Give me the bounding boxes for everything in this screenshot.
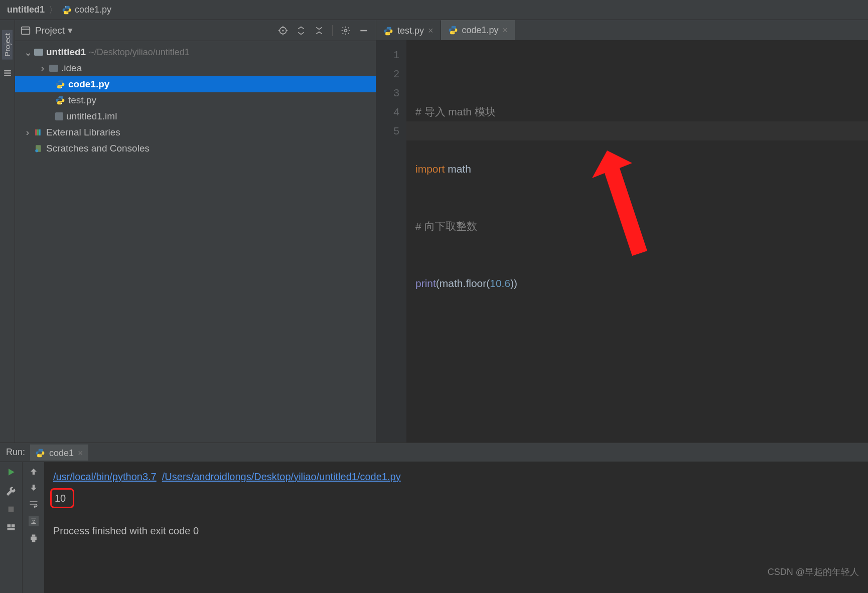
project-folder-icon — [34, 49, 43, 56]
project-panel-title[interactable]: Project ▾ — [35, 25, 272, 36]
breadcrumb-file[interactable]: code1.py — [62, 5, 111, 15]
expand-arrow-icon: › — [24, 127, 31, 138]
code-comment: # 导入 math 模块 — [415, 106, 496, 117]
code-ident: math — [440, 277, 463, 289]
scratches-icon — [34, 144, 43, 153]
structure-tool-icon[interactable] — [3, 69, 12, 78]
code-keyword: import — [415, 163, 445, 175]
svg-rect-21 — [39, 129, 41, 135]
code-func: print — [415, 277, 436, 289]
code-content[interactable]: # 导入 math 模块 import math # 向下取整数 print(m… — [406, 40, 868, 442]
svg-point-23 — [35, 150, 38, 153]
run-command-line: /usr/local/bin/python3.7 /Users/androidl… — [53, 468, 859, 485]
print-icon[interactable] — [29, 533, 39, 543]
expand-arrow-icon: › — [39, 63, 46, 74]
down-arrow-icon[interactable] — [29, 483, 38, 492]
tab-code1-py[interactable]: code1.py × — [441, 20, 516, 40]
rerun-icon[interactable] — [6, 467, 16, 477]
breadcrumb: untitled1 〉 code1.py — [0, 0, 868, 20]
svg-point-8 — [282, 30, 283, 31]
line-number: 2 — [376, 64, 399, 83]
python-file-icon — [448, 25, 458, 35]
tab-test-py[interactable]: test.py × — [376, 20, 441, 40]
svg-rect-20 — [37, 129, 39, 135]
layout-icon[interactable] — [6, 522, 16, 532]
run-tab-code1[interactable]: code1 × — [30, 444, 88, 461]
tree-item-label: External Libraries — [46, 127, 120, 138]
run-console[interactable]: /usr/local/bin/python3.7 /Users/androidl… — [44, 462, 868, 593]
breadcrumb-chevron-icon: 〉 — [49, 4, 58, 16]
project-panel: Project ▾ ⌄ untitled1 ~/Desktop/yiliao/u… — [15, 20, 376, 442]
project-tool-button[interactable]: Project — [2, 30, 13, 60]
close-icon[interactable]: × — [503, 25, 508, 36]
collapse-all-icon[interactable] — [312, 24, 326, 38]
close-icon[interactable]: × — [78, 448, 83, 459]
wrench-icon[interactable] — [6, 486, 16, 496]
code-ident: math — [445, 163, 471, 175]
project-panel-title-label: Project — [35, 25, 65, 36]
svg-point-17 — [59, 97, 60, 98]
scroll-to-end-icon[interactable] — [29, 516, 39, 526]
watermark-text: CSDN @早起的年轻人 — [768, 566, 859, 578]
tree-root-untitled1[interactable]: ⌄ untitled1 ~/Desktop/yiliao/untitled1 — [15, 44, 376, 60]
svg-rect-29 — [31, 537, 37, 540]
tree-external-libraries[interactable]: › External Libraries — [15, 124, 376, 140]
line-number: 4 — [376, 102, 399, 121]
python-file-icon — [62, 5, 72, 15]
tree-scratches[interactable]: Scratches and Consoles — [15, 140, 376, 157]
run-script-path-link[interactable]: /Users/androidlongs/Desktop/yiliao/untit… — [162, 471, 401, 482]
tree-item-label: code1.py — [68, 79, 109, 90]
svg-rect-31 — [32, 540, 35, 542]
tree-item-code1[interactable]: code1.py — [15, 76, 376, 92]
line-number: 1 — [376, 45, 399, 64]
python-file-icon — [55, 79, 65, 89]
svg-point-15 — [59, 81, 60, 82]
run-exit-message: Process finished with exit code 0 — [53, 522, 859, 539]
editor-tabs: test.py × code1.py × — [376, 20, 868, 40]
hide-panel-icon[interactable] — [357, 24, 371, 38]
code-editor[interactable]: 1 2 3 4 5 # 导入 math 模块 import math # 向下取… — [376, 40, 868, 442]
svg-rect-25 — [9, 507, 14, 512]
expand-all-icon[interactable] — [294, 24, 308, 38]
editor-area: test.py × code1.py × 1 2 3 4 5 — [376, 20, 868, 442]
folder-icon — [49, 65, 58, 72]
tree-item-label: untitled1.iml — [66, 111, 117, 122]
run-panel-title: Run: — [6, 447, 25, 458]
svg-marker-24 — [9, 469, 15, 475]
python-file-icon — [55, 95, 65, 105]
svg-rect-27 — [12, 524, 15, 527]
up-arrow-icon[interactable] — [29, 467, 38, 476]
output-highlight-box: 10 — [50, 488, 74, 508]
tree-item-label: Scratches and Consoles — [46, 143, 150, 154]
gear-icon[interactable] — [339, 24, 353, 38]
tree-item-idea[interactable]: › .idea — [15, 60, 376, 76]
line-number: 5 — [376, 121, 399, 140]
svg-rect-19 — [35, 129, 37, 135]
project-panel-header: Project ▾ — [15, 20, 376, 41]
expand-arrow-icon: ⌄ — [24, 47, 31, 58]
code-number: 10.6 — [490, 277, 510, 289]
stop-icon[interactable] — [7, 505, 15, 513]
tree-item-test[interactable]: test.py — [15, 92, 376, 108]
run-nav-toolbar — [22, 462, 44, 593]
run-python-path-link[interactable]: /usr/local/bin/python3.7 — [53, 471, 157, 482]
soft-wrap-icon[interactable] — [29, 499, 39, 509]
svg-point-16 — [61, 87, 62, 88]
svg-point-13 — [345, 29, 347, 32]
tree-item-iml[interactable]: untitled1.iml — [15, 108, 376, 124]
breadcrumb-root[interactable]: untitled1 — [7, 5, 45, 15]
svg-rect-28 — [8, 528, 15, 530]
svg-rect-4 — [4, 75, 11, 76]
svg-rect-30 — [32, 535, 35, 537]
tree-root-path: ~/Desktop/yiliao/untitled1 — [89, 47, 190, 58]
svg-point-0 — [65, 6, 66, 7]
line-gutter: 1 2 3 4 5 — [376, 40, 406, 442]
svg-point-18 — [61, 103, 62, 104]
libraries-icon — [34, 128, 43, 137]
run-panel-header: Run: code1 × — [0, 443, 868, 462]
close-icon[interactable]: × — [428, 26, 433, 36]
locate-icon[interactable] — [276, 24, 290, 38]
tab-label: test.py — [397, 26, 424, 36]
code-ident: floor — [466, 277, 486, 289]
svg-rect-2 — [4, 70, 11, 71]
